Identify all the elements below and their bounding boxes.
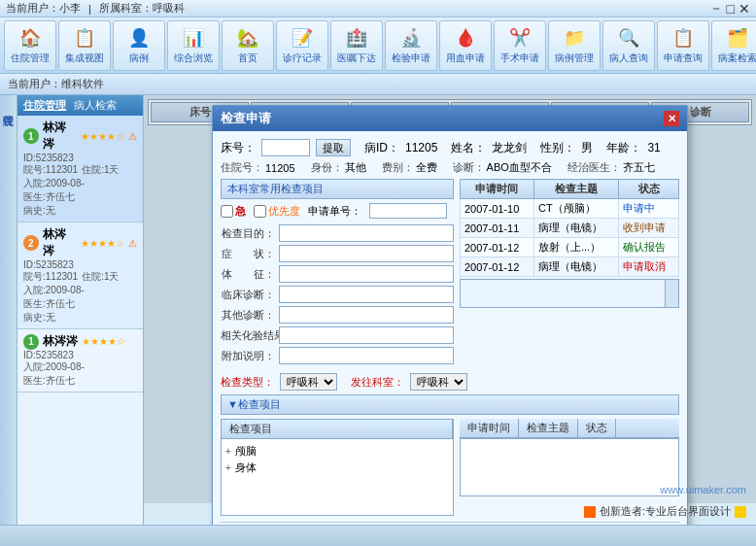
history-status-1: 收到申请 xyxy=(619,219,679,238)
patient-id-label: 病ID： xyxy=(364,140,399,156)
watermark: www.uimaker.com xyxy=(660,484,746,495)
toolbar-btn-inpatient[interactable]: 🏠 住院管理 xyxy=(4,20,56,71)
patient-card-2[interactable]: 1 林涔涔 ★★★★☆ ID:5235823 入院:2009-08- 医生:齐伍… xyxy=(17,329,143,392)
tree-body-label: 身体 xyxy=(235,461,257,475)
patient-name-1: 林涔涔 xyxy=(43,226,77,259)
patient-card-1[interactable]: 2 林涔涔 ★★★★☆ ⚠ ID:5235823 院号:112301住院:1天 … xyxy=(17,222,143,329)
form-row-1: 症 状： xyxy=(221,245,454,262)
tagline-area: 创新造者:专业后台界面设计 xyxy=(584,504,746,519)
patient-hosp-row-1: 院号:112301住院:1天 xyxy=(23,270,137,284)
col-subject: 检查主题 xyxy=(533,180,618,199)
patient-doctor-1: 医生:齐伍七 xyxy=(23,297,137,311)
toolbar-btn-comprehensive[interactable]: 📊 综合浏览 xyxy=(167,20,220,71)
sub-toolbar: 当前用户：维科软件 xyxy=(0,74,756,95)
tree-panel: 检查项目 + 颅脑 + 身体 xyxy=(221,419,454,516)
history-row-3[interactable]: 2007-01-12 病理（电镜） 申请取消 xyxy=(461,257,679,277)
toolbar-btn-blood_apply[interactable]: 🩸 用血申请 xyxy=(439,20,492,71)
fetch-button[interactable]: 提取 xyxy=(316,139,351,156)
minimize-btn[interactable]: － xyxy=(709,0,723,17)
history-row-2[interactable]: 2007-01-12 放射（上...） 确认报告 xyxy=(461,238,679,257)
check-options-row: 急 优先度 申请单号： xyxy=(221,203,454,219)
toolbar-btn-apply_query[interactable]: 📋 申请查询 xyxy=(657,20,709,71)
priority-checkbox[interactable] xyxy=(254,205,266,218)
form-input-4[interactable] xyxy=(279,306,454,324)
send-dept-select[interactable]: 呼吸科 xyxy=(410,373,467,391)
patient-hosp-row-0: 院号:112301住院:1天 xyxy=(23,163,137,177)
form-input-5[interactable] xyxy=(279,326,454,344)
form-input-2[interactable] xyxy=(279,265,454,283)
toolbar-label-case_check: 病案检索 xyxy=(718,51,756,65)
history-row-0[interactable]: 2007-01-10 CT（颅脑） 申请中 xyxy=(461,199,679,219)
bed-input[interactable] xyxy=(261,139,310,156)
apply-num-label: 申请单号： xyxy=(308,204,361,219)
gender-value: 男 xyxy=(581,140,593,156)
toolbar-btn-case_check[interactable]: 🗂️ 病案检索 xyxy=(711,20,756,71)
form-label-5: 相关化验结果： xyxy=(221,328,279,343)
toolbar-icon-patient_query: 🔍 xyxy=(617,26,640,50)
toolbar-icon-home: 🏡 xyxy=(236,26,259,50)
toolbar-btn-home[interactable]: 🏡 首页 xyxy=(222,20,274,71)
toolbar-btn-patient_query[interactable]: 🔍 病人查询 xyxy=(602,20,655,71)
history-row-1[interactable]: 2007-01-11 病理（电镜） 收到申请 xyxy=(461,219,679,238)
toolbar-label-apply_query: 申请查询 xyxy=(664,51,703,65)
left-panel: 住院管理 病人检索 1 林涔涔 ★★★★☆ ⚠ ID:5235823 院号:11… xyxy=(17,95,144,525)
main-layout: 住院管理 住院管理 病人检索 1 林涔涔 ★★★★☆ ⚠ ID:5235823 … xyxy=(0,95,756,525)
toolbar-btn-surgery_apply[interactable]: ✂️ 手术申请 xyxy=(494,20,546,71)
toolbar-label-comprehensive: 综合浏览 xyxy=(174,51,213,65)
toolbar-btn-hospital_transfer[interactable]: 🏥 医嘱下达 xyxy=(330,20,383,71)
hosp-num-value: 11205 xyxy=(265,162,295,174)
department-label: 所属科室：呼吸科 xyxy=(99,1,185,16)
tree-item-body[interactable]: + 身体 xyxy=(225,460,449,476)
tab-patient-search[interactable]: 病人检索 xyxy=(74,98,117,113)
form-input-0[interactable] xyxy=(279,224,454,242)
gender-label: 性别： xyxy=(540,140,575,156)
modal-body: 床号： 提取 病ID： 11205 姓名： 龙龙剑 性别： 男 年龄： 31 xyxy=(213,131,687,525)
bed-row: 床号： 提取 病ID： 11205 姓名： 龙龙剑 性别： 男 年龄： 31 xyxy=(221,139,679,156)
toolbar-btn-diagnosis[interactable]: 📝 诊疗记录 xyxy=(276,20,328,71)
patient-num-1: 2 xyxy=(23,235,39,251)
bottom-two-col: 检查项目 + 颅脑 + 身体 xyxy=(221,419,679,516)
tab-inpatient-mgmt[interactable]: 住院管理 xyxy=(23,98,66,113)
toolbar-btn-exam_apply[interactable]: 🔬 检验申请 xyxy=(385,20,437,71)
patient-history-0: 病史:无 xyxy=(23,204,137,218)
apply-num-input[interactable] xyxy=(369,203,447,219)
history-time-3: 2007-01-12 xyxy=(461,257,534,277)
modal-left-col: 本科室常用检查项目 急 优先度 xyxy=(221,179,454,367)
lower-col-subject: 检查主题 xyxy=(519,419,578,437)
form-input-3[interactable] xyxy=(279,286,454,303)
toolbar-icon-hospital_transfer: 🏥 xyxy=(345,26,368,50)
urgent-checkbox-label[interactable]: 急 xyxy=(221,204,246,219)
close-btn[interactable]: ✕ xyxy=(739,1,750,17)
toolbar-btn-case_manage[interactable]: 📁 病例管理 xyxy=(548,20,601,71)
patient-card-0[interactable]: 1 林涔涔 ★★★★☆ ⚠ ID:5235823 院号:112301住院:1天 … xyxy=(17,116,143,222)
current-user-label: 当前用户：小李 xyxy=(6,1,81,16)
priority-checkbox-label[interactable]: 优先度 xyxy=(254,204,300,219)
right-lower-content xyxy=(460,438,679,496)
toolbar-btn-collective[interactable]: 📋 集成视图 xyxy=(58,20,111,71)
patient-id-value: 11205 xyxy=(405,141,437,154)
toolbar-btn-patient[interactable]: 👤 病例 xyxy=(113,20,165,71)
history-status-3: 申请取消 xyxy=(619,257,679,277)
modal-bottom-section: 检查类型： 呼吸科 发往科室： 呼吸科 ▼检查项目 xyxy=(221,373,679,516)
toolbar-icon-apply_query: 📋 xyxy=(671,26,695,50)
modal-two-col: 本科室常用检查项目 急 优先度 xyxy=(221,179,679,367)
orange-square-icon xyxy=(584,506,596,518)
form-label-6: 附加说明： xyxy=(221,349,279,363)
hosp-num-label: 住院号： xyxy=(221,160,263,175)
check-type-select[interactable]: 呼吸科 xyxy=(280,373,337,391)
tree-item-skull[interactable]: + 颅脑 xyxy=(225,443,449,460)
right-scrollbar[interactable] xyxy=(665,280,678,307)
send-dept-label: 发往科室： xyxy=(351,375,404,390)
form-label-4: 其他诊断： xyxy=(221,308,279,323)
history-subject-3: 病理（电镜） xyxy=(533,257,618,277)
patient-admission-1: 入院:2009-08- xyxy=(23,284,137,297)
urgent-checkbox[interactable] xyxy=(221,205,233,218)
name-label: 姓名： xyxy=(451,140,486,156)
history-status-2: 确认报告 xyxy=(619,238,679,257)
check-apply-modal: 检查申请 ✕ 床号： 提取 病ID： 11205 姓名： 龙龙剑 性别： xyxy=(212,105,688,525)
bed-label: 床号： xyxy=(221,140,256,156)
form-input-1[interactable] xyxy=(279,245,454,262)
modal-close-button[interactable]: ✕ xyxy=(664,111,679,126)
maximize-btn[interactable]: □ xyxy=(727,1,735,17)
form-input-6[interactable] xyxy=(279,347,454,364)
